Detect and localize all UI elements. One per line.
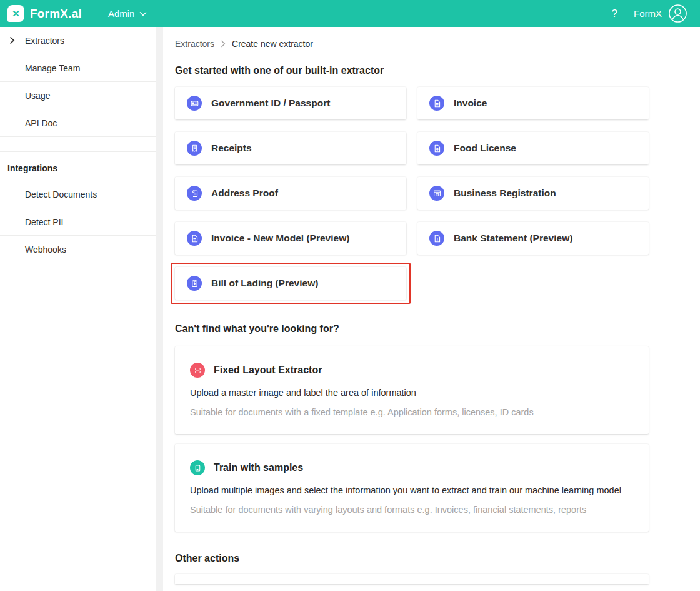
sidebar-item-label: Webhooks [25, 245, 66, 255]
sidebar-item-label: Extractors [25, 36, 64, 46]
document-icon [187, 231, 202, 246]
breadcrumb-current: Create new extractor [232, 39, 313, 49]
extractor-card-label: Food License [454, 143, 516, 154]
other-actions-heading: Other actions [175, 553, 700, 564]
receipt-icon [187, 141, 202, 156]
extractor-card-business-registration[interactable]: Business Registration [418, 177, 649, 210]
extractor-card-label: Bill of Lading (Preview) [211, 278, 318, 289]
built-in-heading: Get started with one of our built-in ext… [175, 65, 700, 76]
chevron-down-icon [139, 11, 147, 16]
extractor-grid: Government ID / PassportInvoiceReceiptsF… [175, 87, 649, 300]
certificate-icon [429, 141, 444, 156]
sidebar-item-extractors[interactable]: Extractors [0, 27, 156, 54]
custom-extractor-card-fixed-layout-extractor[interactable]: Fixed Layout ExtractorUpload a master im… [175, 346, 649, 434]
sidebar: ExtractorsManage TeamUsageAPI Doc Integr… [0, 27, 163, 591]
formx-logo-icon: ✕ [8, 5, 24, 22]
workspace-dropdown[interactable]: Admin [108, 8, 148, 19]
extractor-card-address-proof[interactable]: Address Proof [175, 177, 406, 210]
main-content: Extractors Create new extractor Get star… [163, 39, 700, 584]
sidebar-section-integrations: Integrations [0, 152, 156, 181]
scroll-icon [187, 186, 202, 201]
extractor-card-label: Business Registration [454, 188, 556, 199]
sidebar-integrations-nav: Detect DocumentsDetect PIIWebhooks [0, 181, 163, 263]
custom-extractor-card-train-with-samples[interactable]: Train with samplesUpload multiple images… [175, 444, 649, 532]
extractor-card-food-license[interactable]: Food License [418, 132, 649, 164]
custom-card-title-row: Fixed Layout Extractor [190, 363, 634, 378]
custom-extractor-list: Fixed Layout ExtractorUpload a master im… [175, 346, 649, 532]
samples-icon [190, 460, 205, 475]
sidebar-item-label: Manage Team [25, 63, 80, 73]
extractor-card-label: Invoice - New Model (Preview) [211, 233, 349, 244]
extractor-card-invoice-new-model-preview[interactable]: Invoice - New Model (Preview) [175, 222, 406, 255]
custom-card-title-row: Train with samples [190, 460, 634, 475]
avatar-icon [668, 4, 688, 23]
sidebar-item-detect-documents[interactable]: Detect Documents [0, 181, 156, 208]
sidebar-item-label: Detect PII [25, 217, 63, 227]
help-button[interactable]: ? [612, 8, 618, 20]
extractor-card-bill-of-lading-preview[interactable]: Bill of Lading (Preview) [175, 267, 406, 300]
sidebar-item-label: Usage [25, 91, 50, 101]
bank-doc-icon [429, 231, 444, 246]
brand-title: FormX.ai [30, 7, 82, 21]
chevron-right-icon [8, 36, 16, 44]
extractor-card-label: Invoice [454, 98, 487, 109]
extractor-card-receipts[interactable]: Receipts [175, 132, 406, 164]
logo-x-glyph: ✕ [12, 9, 20, 18]
sidebar-item-usage[interactable]: Usage [0, 82, 156, 109]
other-action-card-partial[interactable] [175, 574, 649, 584]
highlight-annotation-box: Bill of Lading (Preview) [171, 263, 411, 304]
custom-card-note: Suitable for documents with a fixed temp… [190, 407, 634, 417]
sidebar-item-api-doc[interactable]: API Doc [0, 109, 156, 137]
sidebar-item-manage-team[interactable]: Manage Team [0, 54, 156, 82]
account-menu[interactable]: FormX [634, 4, 688, 23]
account-name: FormX [634, 8, 662, 19]
workspace-label: Admin [108, 8, 135, 19]
sidebar-item-label: API Doc [25, 118, 57, 128]
sidebar-scrollbar[interactable] [156, 27, 163, 591]
sidebar-item-label: Detect Documents [25, 189, 97, 200]
extractor-card-label: Address Proof [211, 188, 278, 199]
extractor-card-government-id-passport[interactable]: Government ID / Passport [175, 87, 406, 119]
document-icon [429, 96, 444, 111]
extractor-card-bank-statement-preview[interactable]: Bank Statement (Preview) [418, 222, 649, 255]
custom-card-title: Fixed Layout Extractor [214, 365, 322, 376]
id-card-icon [187, 96, 202, 111]
custom-card-title: Train with samples [214, 462, 303, 473]
breadcrumb-extractors-link[interactable]: Extractors [175, 39, 214, 49]
breadcrumb: Extractors Create new extractor [175, 39, 700, 49]
custom-card-note: Suitable for documents with varying layo… [190, 505, 634, 515]
extractor-card-label: Receipts [211, 143, 252, 154]
topbar: ✕ FormX.ai Admin ? FormX [0, 0, 700, 27]
extractor-card-invoice[interactable]: Invoice [418, 87, 649, 119]
extractor-card-label: Bank Statement (Preview) [454, 233, 572, 244]
custom-card-description: Upload a master image and label the area… [190, 388, 634, 398]
breadcrumb-chevron-icon [221, 40, 226, 48]
sidebar-divider [0, 137, 156, 152]
clipboard-icon [187, 276, 202, 291]
cant-find-heading: Can't find what you're looking for? [175, 323, 700, 335]
browser-doc-icon [429, 186, 444, 201]
extractor-card-label: Government ID / Passport [211, 98, 330, 109]
sidebar-item-webhooks[interactable]: Webhooks [0, 236, 156, 263]
layout-icon [190, 363, 205, 378]
sidebar-main-nav: ExtractorsManage TeamUsageAPI Doc [0, 27, 163, 137]
custom-card-description: Upload multiple images and select the in… [190, 485, 634, 495]
sidebar-item-detect-pii[interactable]: Detect PII [0, 208, 156, 236]
